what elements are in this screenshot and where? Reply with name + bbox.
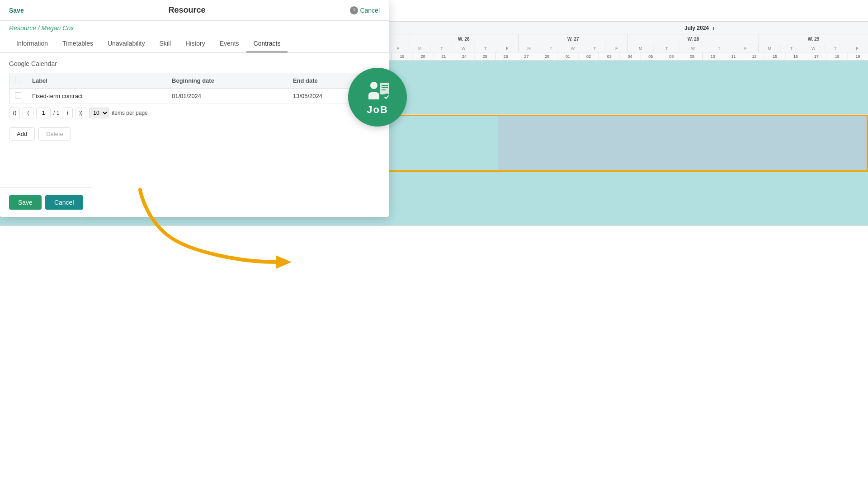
day-label: F <box>496 44 518 52</box>
bottom-save-button[interactable]: Save <box>9 195 42 210</box>
col-label: Label <box>27 73 166 89</box>
day-label: F <box>732 44 759 52</box>
date-num: 05 <box>641 52 661 60</box>
date-num: 19 <box>392 52 413 60</box>
july-month-label: July 2024 › <box>531 22 868 34</box>
day-label: F <box>846 44 868 52</box>
date-num: 19 <box>848 52 868 60</box>
day-label: T <box>584 44 606 52</box>
date-num: 28 <box>537 52 558 60</box>
date-num: 24 <box>454 52 475 60</box>
header-save-button[interactable]: Save <box>9 7 24 14</box>
job-badge: JoB <box>348 68 407 127</box>
google-calendar-label: Google Calendar <box>9 60 380 67</box>
date-num: 08 <box>661 52 682 60</box>
day-label: W <box>453 44 475 52</box>
date-num: 12 <box>744 52 765 60</box>
date-num: 21 <box>434 52 454 60</box>
col-beginning-date: Beginning date <box>166 73 288 89</box>
tabs-row: Information Timetables Unavailability Sk… <box>0 35 389 53</box>
resource-dialog: Save Resource ? Cancel Resource / Megan … <box>0 0 389 217</box>
date-num: 16 <box>786 52 807 60</box>
date-num: 01 <box>558 52 579 60</box>
tab-information[interactable]: Information <box>9 35 55 52</box>
day-label: W <box>562 44 584 52</box>
day-label: M <box>759 44 781 52</box>
pagination-row: ⟨⟨ ⟨ / 1 ⟩ ⟩⟩ 10 25 50 items per page 1 … <box>9 104 380 122</box>
week-29: W. 29 <box>759 34 868 44</box>
last-page-button[interactable]: ⟩⟩ <box>75 108 86 118</box>
date-num: 11 <box>723 52 744 60</box>
contracts-table: Label Beginning date End date Fixed-term… <box>9 73 380 104</box>
day-label: T <box>825 44 847 52</box>
day-label: T <box>431 44 453 52</box>
col-check <box>9 73 27 89</box>
day-label: M <box>519 44 540 52</box>
day-label: W <box>680 44 706 52</box>
date-num: 20 <box>413 52 434 60</box>
select-all-checkbox[interactable] <box>15 77 21 83</box>
day-label: T <box>654 44 680 52</box>
date-num: 03 <box>599 52 620 60</box>
next-month-btn[interactable]: › <box>712 24 715 32</box>
tab-timetables[interactable]: Timetables <box>55 35 100 52</box>
day-label: M <box>627 44 654 52</box>
tab-history[interactable]: History <box>178 35 212 52</box>
breadcrumb: Resource / Megan Cox <box>0 21 389 35</box>
prev-page-button[interactable]: ⟨ <box>23 108 33 118</box>
contract-begin-date-cell: 01/01/2024 <box>166 89 288 104</box>
bottom-cancel-button[interactable]: Cancel <box>45 195 83 210</box>
day-label: W <box>802 44 825 52</box>
page-number-input[interactable] <box>36 108 51 118</box>
job-icon <box>364 79 391 104</box>
day-label: F <box>387 44 409 52</box>
date-num: 18 <box>827 52 848 60</box>
row-checkbox[interactable] <box>15 92 21 99</box>
date-num: 25 <box>475 52 495 60</box>
tab-contracts[interactable]: Contracts <box>246 35 288 52</box>
row-check-cell[interactable] <box>9 89 27 104</box>
megan-unavail-bg <box>498 116 867 170</box>
help-icon: ? <box>350 6 358 14</box>
first-page-button[interactable]: ⟨⟨ <box>9 108 20 118</box>
bottom-actions: Save Cancel <box>0 188 92 217</box>
day-label: M <box>409 44 431 52</box>
delete-button[interactable]: Delete <box>38 127 71 141</box>
date-num: 10 <box>703 52 723 60</box>
svg-rect-1 <box>380 83 389 94</box>
day-label: T <box>540 44 562 52</box>
week-26: W. 26 <box>409 34 519 44</box>
date-num: 17 <box>806 52 827 60</box>
date-num: 15 <box>765 52 786 60</box>
contracts-table-body: Fixed-term contract 01/01/2024 13/05/202… <box>9 89 380 104</box>
tab-unavailability[interactable]: Unavailability <box>100 35 152 52</box>
next-page-button[interactable]: ⟩ <box>62 108 73 118</box>
dialog-header: Save Resource ? Cancel <box>0 0 389 21</box>
table-row[interactable]: Fixed-term contract 01/01/2024 13/05/202… <box>9 89 380 104</box>
date-num: 27 <box>516 52 537 60</box>
date-num: 09 <box>682 52 703 60</box>
items-per-page-select[interactable]: 10 25 50 <box>89 108 109 118</box>
date-num: 26 <box>495 52 516 60</box>
dialog-content: Google Calendar Label Beginning date End… <box>0 53 389 148</box>
day-label: T <box>706 44 732 52</box>
contracts-table-header: Label Beginning date End date <box>9 73 380 89</box>
svg-point-5 <box>383 94 390 101</box>
week-27: W. 27 <box>519 34 628 44</box>
dialog-title: Resource <box>169 5 206 15</box>
svg-point-0 <box>370 82 377 89</box>
tab-events[interactable]: Events <box>212 35 246 52</box>
header-cancel-button[interactable]: ? Cancel <box>350 6 380 14</box>
day-label: T <box>781 44 803 52</box>
date-num: 04 <box>620 52 641 60</box>
week-28: W. 28 <box>628 34 759 44</box>
contract-label-cell: Fixed-term contract <box>27 89 166 104</box>
action-buttons: Add Delete <box>9 127 380 141</box>
day-label: F <box>606 44 627 52</box>
day-label: T <box>475 44 496 52</box>
add-button[interactable]: Add <box>9 127 35 141</box>
job-badge-text: JoB <box>367 104 388 116</box>
date-num: 02 <box>579 52 599 60</box>
tab-skill[interactable]: Skill <box>152 35 178 52</box>
